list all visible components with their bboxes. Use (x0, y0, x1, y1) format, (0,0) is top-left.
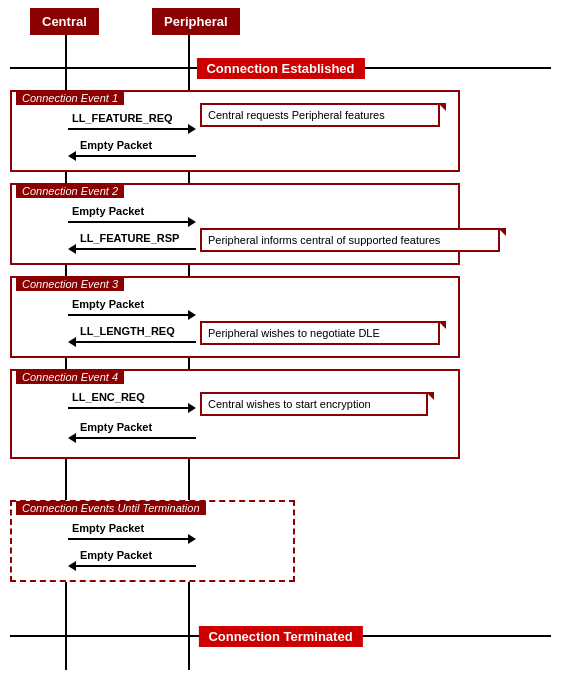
event1-label: Connection Event 1 (16, 91, 124, 105)
empty-packet-5-label: Empty Packet (72, 522, 144, 534)
peripheral-node: Peripheral (152, 8, 240, 35)
event1-note: Central requests Peripheral features (200, 103, 440, 127)
event-until-box: Connection Events Until Termination Empt… (10, 500, 295, 582)
event2-box: Connection Event 2 Empty Packet LL_FEATU… (10, 183, 460, 265)
ll-enc-req-label: LL_ENC_REQ (72, 391, 145, 403)
ll-feature-req-label: LL_FEATURE_REQ (72, 112, 173, 124)
event3-box: Connection Event 3 Empty Packet LL_LENGT… (10, 276, 460, 358)
event4-note: Central wishes to start encryption (200, 392, 428, 416)
ll-feature-rsp-arrow (68, 244, 196, 254)
empty-packet-1-arrow (68, 151, 196, 161)
event3-label: Connection Event 3 (16, 277, 124, 291)
established-banner-label: Connection Established (196, 58, 364, 79)
empty-packet-6-arrow (68, 561, 196, 571)
ll-enc-req-arrow (68, 403, 196, 413)
ll-feature-rsp-label: LL_FEATURE_RSP (80, 232, 179, 244)
event3-note: Peripheral wishes to negotiate DLE (200, 321, 440, 345)
ll-length-req-label: LL_LENGTH_REQ (80, 325, 175, 337)
event2-note: Peripheral informs central of supported … (200, 228, 500, 252)
empty-packet-3-label: Empty Packet (72, 298, 144, 310)
empty-packet-4-label: Empty Packet (80, 421, 152, 433)
empty-packet-2-label: Empty Packet (72, 205, 144, 217)
terminated-banner-label: Connection Terminated (198, 626, 362, 647)
empty-packet-6-label: Empty Packet (80, 549, 152, 561)
event2-label: Connection Event 2 (16, 184, 124, 198)
empty-packet-2-arrow (68, 217, 196, 227)
empty-packet-3-arrow (68, 310, 196, 320)
empty-packet-4-arrow (68, 433, 196, 443)
empty-packet-1-label: Empty Packet (80, 139, 152, 151)
event-until-label: Connection Events Until Termination (16, 501, 206, 515)
empty-packet-5-arrow (68, 534, 196, 544)
central-node: Central (30, 8, 99, 35)
event4-label: Connection Event 4 (16, 370, 124, 384)
ll-length-req-arrow (68, 337, 196, 347)
